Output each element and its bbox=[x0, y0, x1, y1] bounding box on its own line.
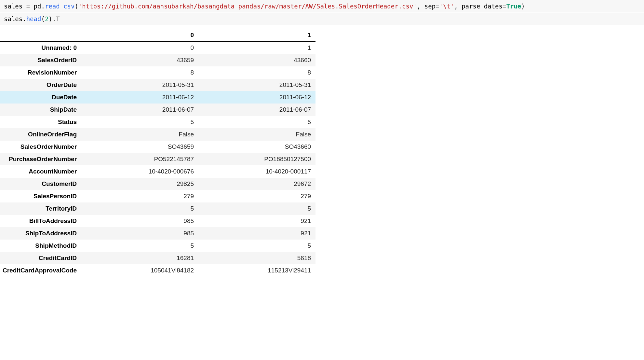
code-token: sales bbox=[4, 3, 22, 10]
cell: 2011-06-12 bbox=[198, 91, 315, 104]
table-row: CustomerID2982529672 bbox=[0, 178, 315, 190]
row-label: Status bbox=[0, 116, 81, 128]
column-header: 1 bbox=[198, 29, 315, 42]
code-token: '\t' bbox=[439, 3, 454, 10]
cell: 29825 bbox=[81, 178, 198, 190]
code-token: True bbox=[506, 3, 521, 10]
cell: 1 bbox=[198, 42, 315, 54]
table-row: ShipDate2011-06-072011-06-07 bbox=[0, 104, 315, 116]
row-label: SalesPersonID bbox=[0, 190, 81, 202]
table-row: ShipMethodID55 bbox=[0, 240, 315, 252]
row-label: RevisionNumber bbox=[0, 66, 81, 79]
table-row: DueDate2011-06-122011-06-12 bbox=[0, 91, 315, 104]
row-label: OrderDate bbox=[0, 79, 81, 91]
table-header-row: 0 1 bbox=[0, 29, 315, 42]
code-token: sales bbox=[4, 15, 22, 22]
code-token: T bbox=[56, 15, 60, 22]
row-label: CreditCardID bbox=[0, 252, 81, 264]
cell: 43659 bbox=[81, 54, 198, 66]
code-token: pd bbox=[34, 3, 41, 10]
row-label: DueDate bbox=[0, 91, 81, 104]
cell: 985 bbox=[81, 215, 198, 227]
row-label: Unnamed: 0 bbox=[0, 42, 81, 54]
table-row: SalesOrderID4365943660 bbox=[0, 54, 315, 66]
code-token: ( bbox=[41, 15, 45, 22]
cell: PO18850127500 bbox=[198, 153, 315, 165]
cell: 5 bbox=[198, 202, 315, 215]
code-token: = bbox=[436, 3, 439, 10]
code-token: head bbox=[26, 15, 41, 22]
code-token: ) bbox=[48, 15, 52, 22]
cell: 115213Vi29411 bbox=[198, 264, 315, 277]
table-row: OrderDate2011-05-312011-05-31 bbox=[0, 79, 315, 91]
cell: 5 bbox=[198, 116, 315, 128]
cell: 985 bbox=[81, 227, 198, 240]
table-row: OnlineOrderFlagFalseFalse bbox=[0, 128, 315, 141]
code-token: , bbox=[454, 3, 462, 10]
code-token: , bbox=[417, 3, 424, 10]
row-label: SalesOrderNumber bbox=[0, 141, 81, 153]
table-row: CreditCardApprovalCode105041Vi8418211521… bbox=[0, 264, 315, 277]
table-row: PurchaseOrderNumberPO522145787PO18850127… bbox=[0, 153, 315, 165]
code-cell-1[interactable]: sales = pd.read_csv('https://github.com/… bbox=[0, 0, 644, 12]
table-row: TerritoryID55 bbox=[0, 202, 315, 215]
cell: False bbox=[198, 128, 315, 141]
cell: 2011-06-07 bbox=[198, 104, 315, 116]
code-token: . bbox=[52, 15, 56, 22]
cell: 5 bbox=[81, 116, 198, 128]
cell: 279 bbox=[81, 190, 198, 202]
row-label: TerritoryID bbox=[0, 202, 81, 215]
row-label: AccountNumber bbox=[0, 165, 81, 178]
table-row: CreditCardID162815618 bbox=[0, 252, 315, 264]
cell: PO522145787 bbox=[81, 153, 198, 165]
table-row: Unnamed: 001 bbox=[0, 42, 315, 54]
code-cell-2[interactable]: sales.head(2).T bbox=[0, 13, 644, 25]
cell: 10-4020-000117 bbox=[198, 165, 315, 178]
row-label: OnlineOrderFlag bbox=[0, 128, 81, 141]
code-token: 'https://github.com/aansubarkah/basangda… bbox=[78, 3, 417, 10]
code-token: parse_dates bbox=[462, 3, 503, 10]
row-label: CustomerID bbox=[0, 178, 81, 190]
row-label: SalesOrderID bbox=[0, 54, 81, 66]
cell: 5 bbox=[81, 240, 198, 252]
cell: 279 bbox=[198, 190, 315, 202]
code-token: . bbox=[41, 3, 45, 10]
table-row: Status55 bbox=[0, 116, 315, 128]
table-row: AccountNumber10-4020-00067610-4020-00011… bbox=[0, 165, 315, 178]
row-label: CreditCardApprovalCode bbox=[0, 264, 81, 277]
cell: 2011-05-31 bbox=[198, 79, 315, 91]
cell: 10-4020-000676 bbox=[81, 165, 198, 178]
table-row: ShipToAddressID985921 bbox=[0, 227, 315, 240]
row-label: ShipDate bbox=[0, 104, 81, 116]
cell: 5618 bbox=[198, 252, 315, 264]
cell: SO43659 bbox=[81, 141, 198, 153]
table-row: BillToAddressID985921 bbox=[0, 215, 315, 227]
cell: 2011-06-07 bbox=[81, 104, 198, 116]
header-blank bbox=[0, 29, 81, 42]
cell: 8 bbox=[198, 66, 315, 79]
cell: 5 bbox=[198, 240, 315, 252]
cell: SO43660 bbox=[198, 141, 315, 153]
code-token: = bbox=[503, 3, 506, 10]
cell: 43660 bbox=[198, 54, 315, 66]
cell: 105041Vi84182 bbox=[81, 264, 198, 277]
cell: 0 bbox=[81, 42, 198, 54]
row-label: BillToAddressID bbox=[0, 215, 81, 227]
cell: False bbox=[81, 128, 198, 141]
row-label: ShipMethodID bbox=[0, 240, 81, 252]
table-row: RevisionNumber88 bbox=[0, 66, 315, 79]
cell: 921 bbox=[198, 227, 315, 240]
cell: 5 bbox=[81, 202, 198, 215]
row-label: PurchaseOrderNumber bbox=[0, 153, 81, 165]
code-token: ( bbox=[74, 3, 78, 10]
cell: 2011-06-12 bbox=[81, 91, 198, 104]
code-token: = bbox=[22, 3, 34, 10]
code-token: ) bbox=[521, 3, 525, 10]
code-token: . bbox=[22, 15, 26, 22]
cell: 921 bbox=[198, 215, 315, 227]
code-token: read_csv bbox=[45, 3, 75, 10]
cell: 16281 bbox=[81, 252, 198, 264]
cell: 8 bbox=[81, 66, 198, 79]
cell: 2011-05-31 bbox=[81, 79, 198, 91]
code-token: 2 bbox=[45, 15, 48, 22]
